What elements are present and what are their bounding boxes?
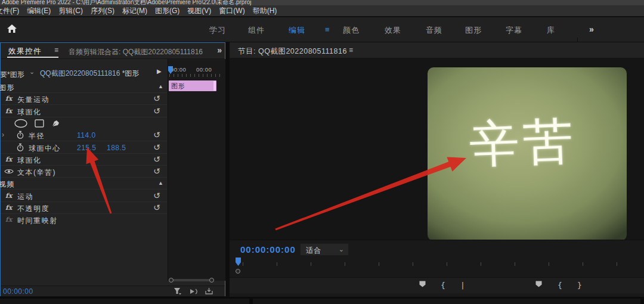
sphere-center-x-value[interactable]: 215.5 [77,144,97,152]
lane-ruler-label: 00:00 [196,66,212,73]
tab-program-monitor[interactable]: 节目: QQ截图20220805111816 [238,46,347,57]
reset-icon[interactable]: ↺ [153,130,160,139]
radius-value[interactable]: 114.0 [77,131,96,139]
workspace-overflow-chevron[interactable]: » [589,24,593,34]
active-tab-underline [7,57,58,58]
param-row-radius[interactable]: › 半径 114.0 ↺ [1,129,167,141]
section-video[interactable]: 视频 ▲ [1,178,167,190]
menu-graphics[interactable]: 图形(G) [155,6,179,16]
keyframe-timeline-lane: 00:00 00:00 图形 [168,59,225,281]
panel-menu-icon[interactable]: ≡ [349,46,353,54]
fx-badge-icon: fx [5,156,12,163]
effect-row-motion[interactable]: fx 运动 ↺ [1,190,167,202]
effect-row-time-remapping[interactable]: fx 时间重映射 [1,214,167,226]
preview-title-text: 辛苦 [468,107,578,179]
write-keyframes-icon[interactable] [205,287,213,295]
home-icon[interactable] [6,23,18,35]
scrollbar-track[interactable] [172,279,210,281]
program-viewer-area: 辛苦 [230,58,644,240]
menu-help[interactable]: 帮助(H) [253,6,277,16]
param-row-sphere-center[interactable]: 球面中心 215.5 188.5 ↺ [1,142,167,154]
program-controls: 00:00:00:00 适合 ⌄ { | { } [230,240,644,297]
stopwatch-icon[interactable] [16,143,24,152]
effect-row-vector-motion[interactable]: fx 矢量运动 ↺ [1,93,167,105]
mark-in-icon[interactable]: { [441,281,445,290]
reset-icon[interactable]: ↺ [153,94,160,103]
lane-playhead[interactable] [168,66,173,74]
workspace-tab-effects[interactable]: 效果 [385,25,401,36]
effect-row-spherize-2[interactable]: fx 球面化 ↺ [1,154,167,166]
lane-ruler-ticks [169,74,223,77]
menu-sequence[interactable]: 序列(S) [91,6,114,16]
program-playhead[interactable] [236,258,241,266]
tab-effect-controls[interactable]: 效果控件 [8,46,42,57]
menu-clip[interactable]: 剪辑(C) [58,6,83,16]
lift-icon[interactable]: { [558,281,562,290]
clip-bar-handle[interactable] [213,81,216,91]
menubar: 文件(F) 编辑(E) 剪辑(C) 序列(S) 标记(M) 图形(G) 视图(V… [0,5,644,17]
chevron-down-icon: ⌄ [339,246,344,253]
menu-view[interactable]: 视图(V) [187,6,211,16]
lane-zoom-scrollbar[interactable] [169,277,216,283]
program-zoom-handle[interactable] [236,269,240,274]
workspace-tab-graphics[interactable]: 图形 [465,25,482,36]
menu-markers[interactable]: 标记(M) [122,6,147,16]
panel-overflow-chevron[interactable]: » [217,45,221,55]
marker-icon[interactable] [535,280,543,288]
program-monitor-header: 节目: QQ截图20220805111816 ≡ [230,42,644,58]
program-timecode[interactable]: 00:00:00:00 [240,244,296,255]
sphere-center-y-value[interactable]: 188.5 [107,144,126,152]
window-titlebar: Adobe Premiere Pro 2022 - C:\用户\Administ… [0,0,644,5]
workspace-tab-color[interactable]: 颜色 [343,25,360,36]
reset-icon[interactable]: ↺ [153,191,160,200]
workspace-tab-libraries[interactable]: 库 [547,25,555,36]
reset-icon[interactable]: ↺ [153,154,160,164]
workspace-tab-assembly[interactable]: 组件 [248,25,265,36]
extract-icon[interactable]: } [577,281,582,290]
reset-icon[interactable]: ↺ [153,106,160,116]
play-audio-icon[interactable] [189,287,199,295]
workspace-tab-audio[interactable]: 音频 [426,25,442,36]
fx-badge-icon: fx [5,95,12,103]
workspace-menu-icon[interactable]: ≡ [325,25,330,34]
fx-badge-icon: fx [5,192,12,200]
reset-icon[interactable]: ↺ [153,166,160,176]
tab-audio-clip-mixer[interactable]: 音频剪辑混合器: QQ截图20220805111816 [69,47,210,57]
effect-row-text-layer[interactable]: 文本(辛苦) ↺ [1,166,167,178]
pen-tool-icon[interactable] [51,119,61,128]
menu-edit[interactable]: 编辑(E) [27,6,51,16]
workspace-tab-captions[interactable]: 字幕 [506,25,522,36]
effect-controls-header: 效果控件 ≡ 音频剪辑混合器: QQ截图20220805111816 » [1,43,225,59]
scrollbar-right-handle[interactable] [209,278,214,283]
mark-out-icon[interactable]: | [460,281,465,290]
zoom-level-select[interactable]: 适合 ⌄ [300,243,349,256]
filter-keyframe-properties-icon[interactable] [174,287,182,295]
scrollbar-left-handle[interactable] [169,278,174,283]
effect-row-spherize[interactable]: fx 球面化 ↺ [1,106,167,117]
collapse-icon[interactable]: ▲ [158,180,163,186]
clip-timecode[interactable]: 00:00:00 [3,287,33,296]
workspace-tab-editing[interactable]: 编辑 [289,25,305,36]
menu-file[interactable]: 文件(F) [0,6,19,16]
transport-bar: { | { } [230,277,644,293]
master-clip-name[interactable]: 主要*图形 [1,69,28,78]
effect-row-opacity[interactable]: fx 不透明度 ↺ [1,202,167,214]
ellipse-tool-icon[interactable] [14,119,28,128]
collapse-icon[interactable]: ▲ [158,83,163,89]
stopwatch-icon[interactable] [16,131,24,139]
rectangle-tool-icon[interactable] [34,119,45,128]
eye-icon[interactable] [4,168,14,175]
shape-tools-row [1,117,167,129]
panel-menu-icon[interactable]: ≡ [54,46,58,54]
reset-icon[interactable]: ↺ [153,203,160,212]
clip-bar-graphic[interactable]: 图形 [169,80,216,91]
section-graphics[interactable]: 图形 ▲ [1,81,167,93]
add-marker-icon[interactable] [419,280,426,288]
workspace-tab-learning[interactable]: 学习 [209,25,226,36]
disclosure-icon[interactable]: › [2,131,4,139]
show-timeline-button[interactable]: ▶ [157,68,162,75]
menu-window[interactable]: 窗口(W) [219,6,244,16]
chevron-down-icon[interactable]: ⌄ [29,68,35,76]
program-ruler-ticks [243,262,640,266]
reset-icon[interactable]: ↺ [153,142,160,152]
